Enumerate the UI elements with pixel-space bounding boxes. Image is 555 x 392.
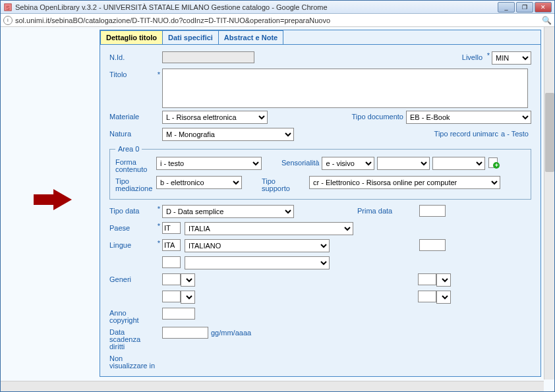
nid-input (162, 51, 254, 63)
lingue-extra-input[interactable] (419, 239, 446, 251)
tipo-supporto-select[interactable]: cr - Elettronico - Risorsa online per co… (309, 176, 500, 189)
horizontal-scrollbar[interactable] (1, 381, 544, 391)
livello-label: Livello (462, 51, 482, 61)
window-titlebar: S Sebina OpenLibrary v.3.2 - UNIVERSITÀ … (1, 1, 554, 14)
non-vis-label: Non visualizzare in (109, 353, 156, 370)
search-icon[interactable]: 🔍 (542, 16, 552, 25)
paese-select[interactable]: ITALIA (185, 222, 353, 235)
tipo-mediazione-label: Tipo mediazione (115, 176, 156, 192)
tab-dati-specifici[interactable]: Dati specifici (162, 30, 219, 44)
generi-input-2[interactable] (162, 291, 181, 302)
maximize-button[interactable]: ❐ (516, 2, 533, 13)
callout-arrow (53, 189, 72, 210)
content-area: Dettaglio titolo Dati specifici Abstract… (1, 27, 554, 391)
tipo-mediazione-select[interactable]: b - elettronico (156, 176, 242, 189)
tipo-record-value: a - Testo (501, 128, 529, 138)
add-icon[interactable] (488, 157, 498, 167)
vertical-scrollbar[interactable] (544, 27, 554, 379)
address-bar: i sol.unimi.it/sebinaBO/catalogazione/D-… (1, 14, 554, 27)
generi-input-1[interactable] (162, 273, 181, 285)
lingue-code-input[interactable] (162, 239, 181, 251)
materiale-select[interactable]: L - Risorsa elettronica (162, 111, 268, 124)
scadenza-input[interactable] (162, 327, 208, 339)
forma-contenuto-select[interactable]: i - testo (156, 157, 262, 170)
tab-strip: Dettaglio titolo Dati specifici Abstract… (100, 30, 540, 45)
info-icon[interactable]: i (3, 16, 13, 25)
svg-text:S: S (6, 4, 10, 11)
sensorialita-select-2[interactable] (377, 157, 430, 170)
anno-copyright-label: Anno copyright (109, 308, 156, 324)
lingue-code-input-2[interactable] (162, 256, 181, 268)
generi-select-r2[interactable] (436, 291, 451, 304)
titolo-textarea[interactable] (162, 69, 528, 108)
scadenza-label: Data scadenza diritti (109, 327, 156, 350)
tab-dettaglio-titolo[interactable]: Dettaglio titolo (100, 30, 163, 44)
sensorialita-select[interactable]: e - visivo (322, 157, 374, 170)
form-body: N.Id. Livello * MIN Titolo * Materiale (100, 45, 540, 376)
app-icon: S (3, 3, 13, 12)
materiale-label: Materiale (109, 111, 156, 121)
forma-contenuto-label: Forma contenuto (115, 157, 156, 173)
area0-fieldset: Area 0 Forma contenuto i - testo Sensori… (109, 145, 531, 200)
generi-input-r1[interactable] (418, 273, 436, 285)
generi-select-r1[interactable] (436, 273, 451, 287)
minimize-button[interactable]: _ (498, 2, 515, 13)
livello-select[interactable]: MIN (492, 51, 531, 65)
natura-label: Natura (109, 128, 156, 138)
generi-select-1[interactable] (181, 273, 195, 287)
generi-label: Generi (109, 273, 156, 283)
prima-data-label: Prima data (357, 205, 417, 215)
vertical-scrollbar-thumb[interactable] (545, 93, 554, 172)
scadenza-placeholder: gg/mm/aaaa (211, 327, 251, 337)
app-window: S Sebina OpenLibrary v.3.2 - UNIVERSITÀ … (0, 0, 555, 392)
lingue-select[interactable]: ITALIANO (185, 239, 330, 252)
paese-label: Paese (109, 222, 156, 232)
anno-copyright-input[interactable] (162, 308, 195, 320)
generi-select-2[interactable] (181, 291, 195, 304)
main-panel: Dettaglio titolo Dati specifici Abstract… (100, 30, 541, 377)
tab-abstract-note[interactable]: Abstract e Note (218, 30, 283, 44)
generi-input-r2[interactable] (418, 291, 436, 302)
prima-data-input[interactable] (419, 205, 446, 217)
tipo-record-label: Tipo record unimarc (434, 128, 498, 138)
sensorialita-label: Sensorialità (281, 157, 319, 167)
window-title: Sebina OpenLibrary v.3.2 - UNIVERSITÀ ST… (15, 3, 498, 11)
titolo-label: Titolo (109, 69, 156, 78)
tipo-data-label: Tipo data (109, 205, 156, 215)
window-controls: _ ❐ ✕ (498, 2, 552, 13)
area0-legend: Area 0 (115, 145, 142, 153)
url-text[interactable]: sol.unimi.it/sebinaBO/catalogazione/D-TI… (15, 16, 542, 24)
close-button[interactable]: ✕ (535, 2, 552, 13)
tipo-supporto-label: Tipo supporto (262, 176, 295, 192)
tipo-documento-label: Tipo documento (352, 111, 403, 121)
sensorialita-select-3[interactable] (432, 157, 485, 170)
paese-code-input[interactable] (162, 222, 181, 234)
lingue-label: Lingue (109, 239, 156, 249)
lingue-select-2[interactable] (185, 256, 330, 269)
nid-label: N.Id. (109, 51, 156, 61)
natura-select[interactable]: M - Monografia (162, 128, 294, 141)
tipo-documento-select[interactable]: EB - E-Book (406, 111, 531, 124)
tipo-data-select[interactable]: D - Data semplice (162, 205, 294, 218)
